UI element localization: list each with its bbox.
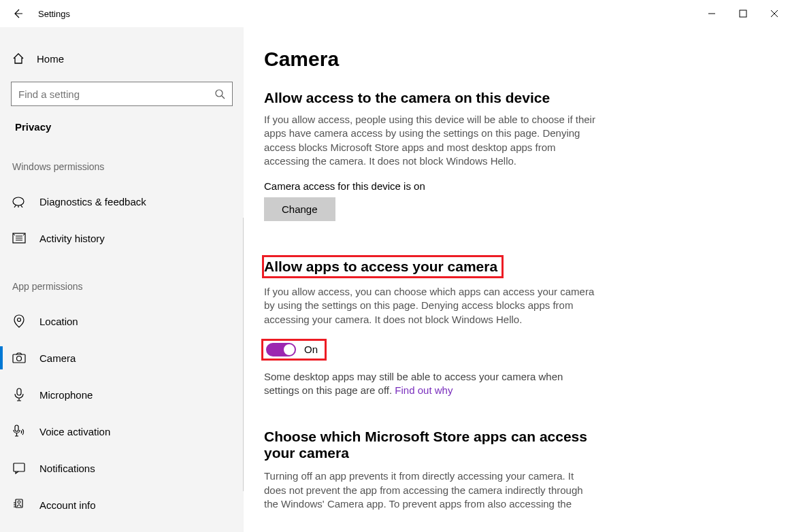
nav-account-info[interactable]: Account info [0,486,244,523]
highlight-box: On [261,339,327,361]
section-app-permissions: App permissions [0,281,244,292]
section-heading-store-apps: Choose which Microsoft Store apps can ac… [264,429,597,461]
nav-label: Account info [39,499,96,511]
svg-rect-4 [13,354,25,363]
highlight-box: Allow apps to access your camera [262,255,504,278]
search-input[interactable] [18,88,214,100]
breadcrumb: Privacy [0,121,244,133]
microphone-icon [12,388,26,401]
section-desc: If you allow access, you can choose whic… [264,285,597,327]
footnote: Some desktop apps may still be able to a… [264,370,597,398]
sidebar: Home Privacy Windows permissions Diagnos… [0,27,244,532]
nav-label: Location [39,316,78,327]
svg-point-5 [17,356,22,361]
sidebar-scrollbar[interactable] [243,218,244,491]
home-icon [12,52,24,65]
app-title: Settings [38,9,70,19]
nav-microphone[interactable]: Microphone [0,376,244,413]
camera-icon [12,351,26,365]
section-windows-permissions: Windows permissions [0,161,244,172]
notification-icon [12,461,26,475]
section-desc: If you allow access, people using this d… [264,113,597,168]
nav-activity-history[interactable]: Activity history [0,220,244,256]
nav-label: Activity history [39,233,105,244]
nav-label: Notifications [39,463,95,474]
titlebar: Settings [0,0,790,27]
minimize-button[interactable] [696,0,727,27]
voice-icon [12,425,26,438]
nav-home-label: Home [37,53,64,65]
account-icon [12,498,26,512]
content: Camera Allow access to the camera on thi… [244,27,790,532]
nav-diagnostics[interactable]: Diagnostics & feedback [0,183,244,220]
nav-label: Voice activation [39,426,110,437]
feedback-icon [12,195,26,208]
section-heading-device-access: Allow access to the camera on this devic… [264,90,770,106]
page-title: Camera [264,48,770,71]
toggle-label: On [304,344,318,355]
nav-camera[interactable]: Camera [0,339,244,376]
change-button[interactable]: Change [264,197,335,221]
search-box[interactable] [11,82,233,106]
camera-access-status: Camera access for this device is on [264,180,770,192]
svg-rect-0 [740,10,746,17]
svg-rect-7 [15,425,18,431]
svg-point-1 [216,90,223,97]
search-icon [214,88,225,99]
nav-home[interactable]: Home [0,45,244,72]
nav-label: Microphone [39,389,93,401]
nav-label: Camera [39,352,76,364]
svg-rect-8 [14,463,24,471]
svg-point-10 [18,501,20,503]
history-icon [12,231,26,245]
apps-access-toggle[interactable] [266,343,296,356]
section-desc: Turning off an app prevents it from dire… [264,469,597,511]
section-heading-apps-access: Allow apps to access your camera [264,259,497,274]
svg-rect-6 [17,388,21,395]
maximize-button[interactable] [727,0,759,27]
back-icon[interactable] [12,8,23,19]
nav-label: Diagnostics & feedback [39,196,146,207]
nav-location[interactable]: Location [0,303,244,339]
close-button[interactable] [759,0,790,27]
location-icon [12,314,26,328]
svg-point-3 [18,318,21,322]
nav-notifications[interactable]: Notifications [0,450,244,486]
find-out-why-link[interactable]: Find out why [395,384,452,396]
nav-voice-activation[interactable]: Voice activation [0,413,244,450]
